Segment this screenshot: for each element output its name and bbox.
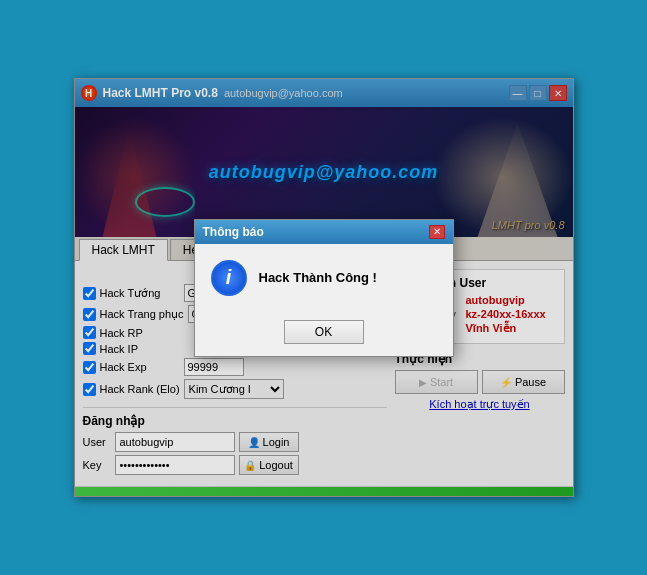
dialog-content: i Hack Thành Công ! xyxy=(195,244,453,312)
main-window: H Hack LMHT Pro v0.8 autobugvip@yahoo.co… xyxy=(74,78,574,497)
dialog-footer: OK xyxy=(195,312,453,356)
dialog-title: Thông báo xyxy=(203,225,264,239)
dialog-close-button[interactable]: ✕ xyxy=(429,225,445,239)
dialog: Thông báo ✕ i Hack Thành Công ! OK xyxy=(194,219,454,357)
info-icon: i xyxy=(211,260,247,296)
ok-button[interactable]: OK xyxy=(284,320,364,344)
dialog-message: Hack Thành Công ! xyxy=(259,270,377,285)
dialog-titlebar: Thông báo ✕ xyxy=(195,220,453,244)
